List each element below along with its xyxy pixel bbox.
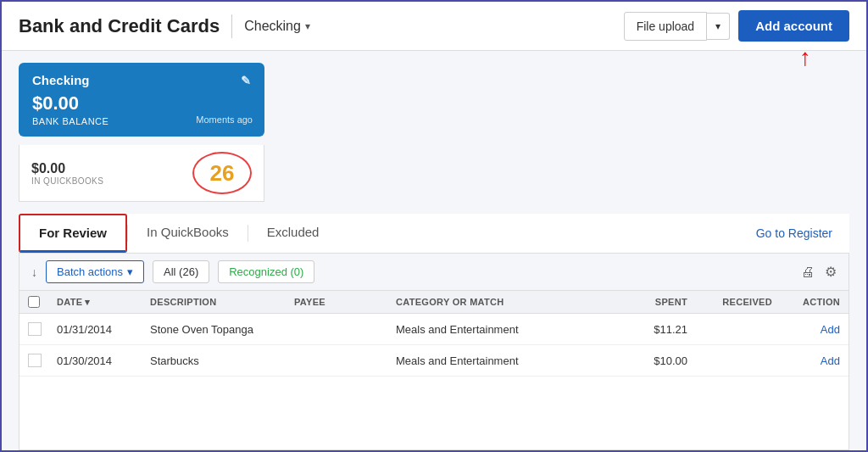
table-header: DATE ▾ DESCRIPTION PAYEE CATEGORY OR MAT… (19, 291, 849, 314)
account-dropdown[interactable]: Checking ▾ (244, 19, 310, 34)
select-all-checkbox[interactable] (28, 296, 40, 308)
row2-spent: $10.00 (620, 354, 687, 367)
col-payee: PAYEE (294, 296, 396, 308)
go-to-register-link[interactable]: Go to Register (739, 216, 849, 250)
account-name: Checking (244, 19, 301, 34)
header-divider (231, 14, 232, 38)
row2-category[interactable]: Meals and Entertainment (396, 354, 620, 367)
print-icon[interactable]: 🖨 (801, 265, 815, 280)
row2-action[interactable]: Add (772, 354, 840, 367)
batch-actions-row: ↓ Batch actions ▾ All (26) Recognized (0… (19, 254, 849, 291)
badge-count: 26 (210, 160, 235, 187)
batch-actions-button[interactable]: Batch actions ▾ (46, 260, 144, 283)
tab-in-quickbooks[interactable]: In QuickBooks (128, 215, 248, 252)
tab-for-review[interactable]: For Review (19, 214, 127, 253)
card-last-updated: Moments ago (196, 114, 253, 125)
row1-date: 01/31/2014 (57, 323, 150, 336)
settings-icon[interactable]: ⚙ (825, 264, 837, 280)
batch-dropdown-arrow: ▾ (127, 265, 133, 278)
qb-badge-container: 26 (192, 152, 252, 194)
pending-count-badge: 26 (192, 152, 252, 194)
table-row: 01/31/2014 Stone Oven Topanga Meals and … (19, 314, 849, 345)
main-container: Bank and Credit Cards Checking ▾ File up… (0, 0, 868, 452)
col-spent: SPENT (620, 296, 687, 308)
content-area: Checking ✎ $0.00 BANK BALANCE Moments ag… (2, 51, 866, 450)
sort-icon[interactable]: ↓ (31, 265, 37, 279)
row2-checkbox[interactable] (28, 354, 57, 367)
qb-label: IN QUICKBOOKS (31, 176, 192, 186)
table-row: 01/30/2014 Starbucks Meals and Entertain… (19, 345, 849, 377)
all-filter-button[interactable]: All (26) (153, 260, 209, 283)
file-upload-dropdown-button[interactable]: ▾ (707, 13, 730, 40)
row2-description: Starbucks (150, 354, 294, 367)
card-account-name: Checking (32, 73, 90, 87)
tab-excluded[interactable]: Excluded (248, 215, 338, 252)
edit-icon[interactable]: ✎ (241, 74, 251, 87)
qb-amount: $0.00 (31, 161, 192, 176)
card-header: Checking ✎ (32, 73, 251, 87)
col-action: ACTION (772, 296, 840, 308)
page-title: Bank and Credit Cards (19, 15, 220, 37)
row1-spent: $11.21 (620, 323, 687, 336)
qb-balance-row: $0.00 IN QUICKBOOKS 26 (19, 145, 264, 202)
header-left: Bank and Credit Cards Checking ▾ (19, 14, 310, 38)
transactions-area: ↓ Batch actions ▾ All (26) Recognized (0… (19, 254, 849, 450)
add-account-button[interactable]: Add account (738, 10, 849, 42)
header-right: File upload ▾ Add account (624, 10, 849, 42)
tabs-row: For Review In QuickBooks Excluded Go to … (19, 214, 849, 254)
row1-action[interactable]: Add (772, 323, 840, 336)
header: Bank and Credit Cards Checking ▾ File up… (2, 2, 866, 51)
batch-right-actions: 🖨 ⚙ (801, 264, 837, 280)
card-bank-balance: $0.00 (32, 92, 251, 114)
col-description: DESCRIPTION (150, 296, 294, 308)
row1-checkbox[interactable] (28, 322, 57, 336)
qb-balance-left: $0.00 IN QUICKBOOKS (31, 161, 192, 186)
account-card: Checking ✎ $0.00 BANK BALANCE Moments ag… (19, 63, 264, 137)
row1-category[interactable]: Meals and Entertainment (396, 323, 620, 336)
row2-date: 01/30/2014 (57, 354, 150, 367)
file-upload-button[interactable]: File upload (624, 12, 708, 41)
recognized-filter-button[interactable]: Recognized (0) (218, 260, 314, 283)
col-category: CATEGORY OR MATCH (396, 296, 620, 308)
row1-description: Stone Oven Topanga (150, 323, 294, 336)
col-date[interactable]: DATE ▾ (57, 296, 150, 308)
col-received: RECEIVED (687, 296, 772, 308)
col-checkbox (28, 296, 57, 308)
chevron-down-icon: ▾ (305, 20, 310, 32)
sort-arrow-icon: ▾ (85, 297, 90, 308)
